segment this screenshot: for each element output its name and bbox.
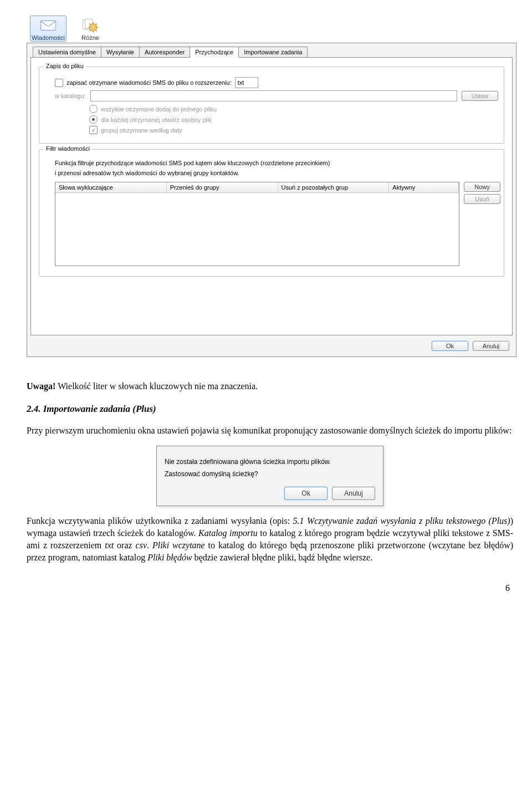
section-heading: 2.4. Importowanie zadania (Plus)	[27, 402, 513, 415]
svg-line-10	[89, 30, 91, 32]
filter-table[interactable]: Słowa wykluczające Przenieś do grupy Usu…	[55, 182, 459, 266]
filter-desc-2: i przenosi adresatów tych wiadomości do …	[55, 170, 498, 176]
svg-line-11	[95, 24, 97, 25]
dir-label: w katalogu:	[55, 93, 86, 99]
nav-messages-label: Wiadomości	[32, 34, 65, 41]
radio-single-file[interactable]	[89, 105, 98, 113]
radio-each-file-label: dla każdej otrzymanej utwórz osobny plik	[101, 116, 212, 123]
tab-defaults[interactable]: Ustawienia domyślne	[33, 47, 101, 58]
tabstrip: Ustawienia domyślne Wysyłanie Autorespon…	[33, 47, 513, 58]
cancel-button[interactable]: Anuluj	[473, 341, 509, 351]
document-body: Uwaga! Wielkość liter w słowach kluczowy…	[0, 357, 532, 564]
confirm-dialog: Nie została zdefiniowana główna ścieżka …	[156, 446, 383, 507]
filter-new-button[interactable]: Nowy	[464, 182, 500, 192]
col-move-to-group[interactable]: Przenieś do grupy	[167, 182, 278, 192]
filter-table-header: Słowa wykluczające Przenieś do grupy Usu…	[55, 182, 459, 193]
col-active[interactable]: Aktywny	[389, 182, 459, 192]
svg-rect-0	[40, 21, 55, 30]
radio-each-file[interactable]	[89, 115, 98, 124]
save-to-file-label: zapisać otrzymane wiadomości SMS do plik…	[66, 79, 232, 86]
ext-input[interactable]	[235, 77, 258, 88]
page-number: 6	[0, 573, 532, 606]
envelope-icon	[39, 17, 58, 34]
group-save-to-file: Zapis do pliku zapisać otrzymane wiadomo…	[39, 67, 504, 144]
note-paragraph: Uwaga! Wielkość liter w słowach kluczowy…	[27, 380, 513, 392]
set-dir-button[interactable]: Ustaw	[462, 91, 498, 101]
svg-point-12	[92, 26, 95, 29]
tab-sending[interactable]: Wysyłanie	[101, 47, 140, 58]
col-remove-from-groups[interactable]: Usuń z pozostałych grup	[278, 182, 390, 192]
filter-delete-button[interactable]: Usuń	[464, 194, 500, 204]
group-save-title: Zapis do pliku	[44, 63, 86, 69]
dir-input[interactable]	[90, 90, 457, 101]
tab-panel: Zapis do pliku zapisać otrzymane wiadomo…	[30, 57, 513, 335]
dialog-cancel-button[interactable]: Anuluj	[332, 487, 375, 501]
group-filter: Filtr wiadomości Funkcja filtruje przych…	[39, 149, 504, 277]
settings-window: Ustawienia domyślne Wysyłanie Autorespon…	[27, 43, 516, 357]
nav-misc-label: Różne	[81, 34, 99, 41]
note-text: Wielkość liter w słowach kluczowych nie …	[58, 381, 258, 391]
intro-paragraph: Przy pierwszym uruchomieniu okna ustawie…	[27, 425, 513, 437]
svg-line-9	[95, 30, 97, 32]
dialog-text-2: Zastosować domyślną ścieżkę?	[165, 470, 375, 479]
group-filter-title: Filtr wiadomości	[44, 145, 92, 152]
note-label: Uwaga!	[27, 381, 55, 391]
explain-paragraph: Funkcja wczytywania plików użytkownika z…	[27, 515, 513, 564]
save-to-file-checkbox[interactable]	[55, 79, 63, 87]
group-by-date-label: grupuj otrzymane według daty	[101, 127, 182, 134]
tab-imported[interactable]: Importowane zadania	[238, 47, 308, 58]
dialog-text-1: Nie została zdefiniowana główna ścieżka …	[165, 457, 375, 467]
nav-misc[interactable]: Różne	[72, 16, 109, 42]
dialog-ok-button[interactable]: Ok	[284, 487, 328, 501]
radio-single-file-label: wszytkie otrzymane dodaj do jednego plik…	[101, 106, 217, 113]
nav-messages[interactable]: Wiadomości	[30, 16, 66, 42]
tab-autoresponder[interactable]: Autoresponder	[139, 47, 190, 58]
misc-icon	[81, 17, 100, 34]
tab-incoming[interactable]: Przychodzące	[190, 47, 239, 58]
ok-button[interactable]: Ok	[432, 341, 468, 351]
icon-toolbar: Wiadomości Różne	[27, 16, 516, 42]
group-by-date-checkbox[interactable]	[89, 126, 98, 134]
col-exclude-words[interactable]: Słowa wykluczające	[55, 182, 167, 192]
filter-desc-1: Funkcja filtruje przychodzące wiadomości…	[55, 160, 498, 166]
